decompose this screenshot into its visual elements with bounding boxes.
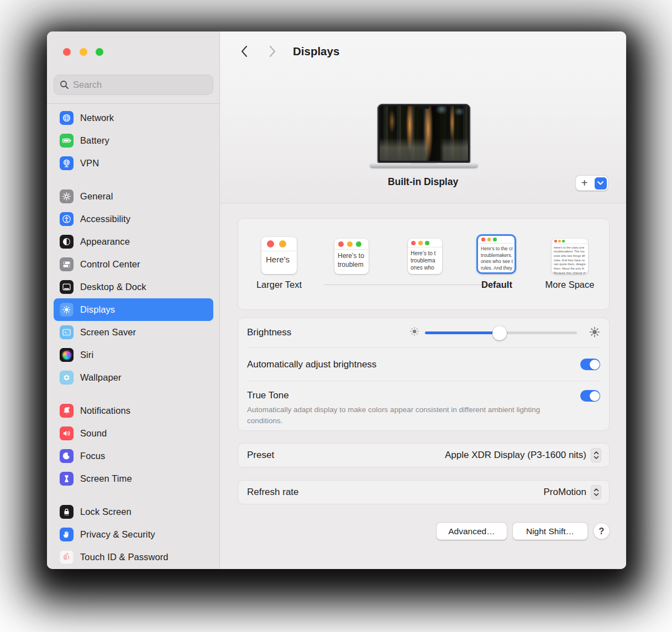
sidebar: Network Battery VPN General Accessibilit… (47, 31, 220, 569)
chevron-down-icon (597, 181, 603, 185)
sidebar-item-siri[interactable]: Siri (54, 344, 213, 366)
sidebar-item-desktop-dock[interactable]: Desktop & Dock (54, 276, 213, 298)
plus-icon[interactable]: + (576, 176, 593, 190)
laptop-notch (418, 106, 429, 109)
thumb-sample-text: Here’s to the crazy one troublemakers. T… (552, 244, 588, 274)
speaker-icon (60, 426, 74, 440)
sidebar-item-label: Appearance (80, 236, 130, 247)
forward-button[interactable] (266, 45, 279, 58)
preset-value: Apple XDR Display (P3-1600 nits) (445, 450, 586, 461)
sidebar-item-label: Touch ID & Password (80, 552, 169, 562)
sidebar-item-vpn[interactable]: VPN (54, 152, 213, 175)
chevron-right-icon (269, 45, 276, 57)
auto-brightness-label: Automatically adjust brightness (247, 359, 376, 370)
thumb-sample-text: Here’s to t troublema ones who (408, 247, 442, 272)
brightness-label: Brightness (247, 327, 291, 338)
sidebar-item-appearance[interactable]: Appearance (54, 230, 213, 253)
scaling-option-more-space[interactable]: Here’s to the crazy one troublemakers. T… (552, 239, 588, 274)
scaling-option-3[interactable]: Here’s to t troublema ones who (408, 239, 442, 274)
close-window-button[interactable] (63, 48, 71, 56)
scaling-label-default: Default (458, 280, 536, 290)
preset-card: Preset Apple XDR Display (P3-1600 nits) (238, 443, 610, 467)
brightness-slider[interactable] (425, 331, 577, 334)
sidebar-item-label: General (80, 191, 113, 202)
sidebar-item-accessibility[interactable]: Accessibility (54, 208, 213, 230)
advanced-button[interactable]: Advanced… (437, 523, 507, 540)
refresh-rate-value: ProMotion (544, 487, 586, 498)
add-display-dropdown[interactable] (595, 177, 607, 189)
add-display-button[interactable]: + (576, 176, 608, 191)
sidebar-divider (47, 103, 220, 104)
sidebar-item-battery[interactable]: Battery (54, 129, 213, 152)
fingerprint-icon (60, 550, 74, 564)
search-field[interactable] (54, 75, 213, 95)
search-input[interactable] (73, 80, 207, 90)
back-button[interactable] (237, 45, 250, 58)
sidebar-item-privacy-security[interactable]: Privacy & Security (54, 523, 213, 546)
true-tone-label: True Tone (247, 390, 289, 401)
thumb-titlebar (478, 236, 514, 244)
sidebar-item-screen-time[interactable]: Screen Time (54, 467, 213, 490)
laptop-wallpaper (380, 106, 468, 161)
sidebar-item-label: Screen Saver (80, 327, 136, 338)
sidebar-item-label: Desktop & Dock (80, 282, 146, 292)
thumb-titlebar (408, 239, 442, 247)
sidebar-item-general[interactable]: General (54, 185, 213, 208)
sidebar-item-label: Displays (80, 304, 115, 315)
system-settings-window: Network Battery VPN General Accessibilit… (47, 31, 626, 569)
sidebar-list: Network Battery VPN General Accessibilit… (54, 107, 213, 568)
preset-dropdown[interactable] (591, 448, 601, 462)
sidebar-item-notifications[interactable]: Notifications (54, 399, 213, 422)
brightness-slider-knob[interactable] (492, 326, 507, 340)
desktop-dock-icon (60, 280, 74, 294)
sidebar-item-label: Battery (80, 135, 109, 146)
scaling-option-larger-text[interactable]: Here’s (261, 237, 297, 274)
hourglass-icon (60, 472, 74, 486)
zoom-window-button[interactable] (96, 48, 103, 56)
sidebar-item-label: Control Center (80, 259, 140, 270)
sidebar-item-wallpaper[interactable]: Wallpaper (54, 366, 213, 389)
battery-icon (60, 134, 74, 148)
night-shift-button[interactable]: Night Shift… (513, 523, 587, 540)
sidebar-item-touch-id[interactable]: Touch ID & Password (54, 546, 213, 568)
wallpaper-flower-icon (60, 371, 74, 385)
window-controls (63, 48, 103, 56)
main-pane: Displays Built-in Display + Here’s (220, 31, 626, 569)
up-down-chevrons-icon (594, 488, 599, 497)
refresh-rate-label: Refresh rate (247, 487, 299, 498)
siri-icon (60, 348, 74, 362)
scaling-option-default[interactable]: Here’s to the cr troublemakers. ones who… (476, 234, 516, 274)
brightness-bright-icon (588, 325, 601, 341)
hand-icon (60, 528, 74, 541)
preset-label: Preset (247, 450, 274, 461)
true-tone-toggle[interactable] (580, 390, 600, 402)
sidebar-item-lock-screen[interactable]: Lock Screen (54, 501, 213, 523)
accessibility-icon (60, 212, 74, 226)
thumb-titlebar (334, 239, 369, 250)
moon-icon (60, 449, 74, 463)
sidebar-item-displays[interactable]: Displays (54, 298, 213, 321)
preset-row: Preset Apple XDR Display (P3-1600 nits) (238, 444, 609, 467)
gear-icon (60, 189, 74, 203)
sidebar-item-label: Wallpaper (80, 372, 122, 383)
sidebar-item-focus[interactable]: Focus (54, 445, 213, 467)
sidebar-item-label: Lock Screen (80, 507, 132, 517)
minimize-window-button[interactable] (80, 48, 87, 56)
control-center-icon (60, 257, 74, 271)
sidebar-item-sound[interactable]: Sound (54, 422, 213, 445)
scaling-label-more-space: More Space (531, 280, 608, 290)
auto-brightness-toggle[interactable] (580, 359, 600, 370)
scaling-label-larger-text: Larger Text (238, 280, 320, 290)
refresh-rate-dropdown[interactable] (591, 485, 601, 499)
bell-icon (60, 404, 74, 418)
search-icon (60, 80, 69, 89)
sidebar-item-label: Notifications (80, 405, 130, 416)
sidebar-item-control-center[interactable]: Control Center (54, 253, 213, 276)
scaling-option-2[interactable]: Here’s to troublem (334, 239, 369, 274)
help-button[interactable]: ? (594, 523, 610, 539)
chevron-left-icon (240, 45, 248, 57)
sidebar-item-screen-saver[interactable]: Screen Saver (54, 321, 213, 344)
sidebar-item-label: VPN (80, 158, 99, 168)
sidebar-item-label: Siri (80, 350, 93, 360)
sidebar-item-network[interactable]: Network (54, 107, 213, 129)
